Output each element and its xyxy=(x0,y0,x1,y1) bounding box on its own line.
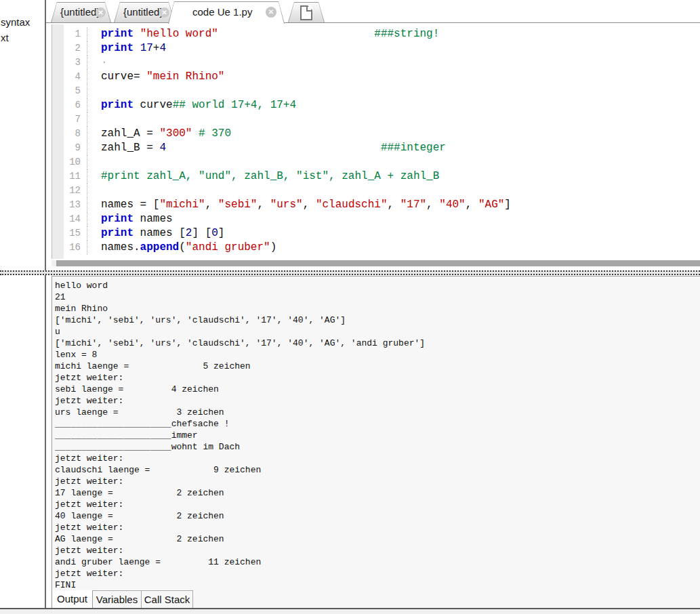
left-panel: syntax xt xyxy=(0,0,46,608)
line-number: 6 xyxy=(52,98,87,112)
ide-window: syntax xt {untitled}* ✕ {untitled}* ✕ co… xyxy=(0,0,700,614)
line-number: 3 xyxy=(52,56,87,70)
tab-call-stack[interactable]: Call Stack xyxy=(142,590,193,608)
document-tabbar: {untitled}* ✕ {untitled}* ✕ code Ue 1.py… xyxy=(46,0,700,24)
line-number: 9 xyxy=(52,141,87,155)
line-number: 2 xyxy=(52,41,87,56)
code-line[interactable]: 11#print zahl_A, "und", zahl_B, "ist", z… xyxy=(52,169,700,184)
code-line[interactable]: 4curve= "mein Rhino" xyxy=(52,70,700,84)
line-number: 10 xyxy=(52,155,87,169)
code-line[interactable]: 2print 17+4 xyxy=(52,41,700,56)
code-lines: 1print "hello word" ###string!2print 17+… xyxy=(52,27,700,255)
tab-output[interactable]: Output xyxy=(52,590,93,608)
tab-untitled-2[interactable]: {untitled}* ✕ xyxy=(114,2,175,22)
tab-new-document[interactable] xyxy=(288,2,325,22)
code-line[interactable]: 12 xyxy=(52,184,700,198)
line-number: 12 xyxy=(52,184,87,198)
left-panel-item-xt[interactable]: xt xyxy=(1,32,9,43)
line-number: 1 xyxy=(52,27,87,41)
line-number: 7 xyxy=(52,112,87,127)
output-tabbar: Output Variables Call Stack xyxy=(52,590,700,608)
horizontal-scrollbar[interactable] xyxy=(52,260,700,266)
code-line[interactable]: 8zahl_A = "300" # 370 xyxy=(52,127,700,141)
close-icon[interactable]: ✕ xyxy=(266,7,276,18)
code-line[interactable]: 9zahl_B = 4 ###integer xyxy=(52,141,700,155)
code-line[interactable]: 16names.append("andi gruber") xyxy=(52,241,700,255)
code-line[interactable]: 14print names xyxy=(52,212,700,226)
output-panel: hello word 21 mein Rhino ['michi', 'sebi… xyxy=(52,276,700,608)
line-number: 5 xyxy=(52,84,87,98)
tabbar-bottom-border xyxy=(46,22,700,23)
output-text[interactable]: hello word 21 mein Rhino ['michi', 'sebi… xyxy=(55,280,425,591)
line-number: 15 xyxy=(52,226,87,241)
tab-untitled-1[interactable]: {untitled}* ✕ xyxy=(51,2,111,22)
code-line[interactable]: 5 xyxy=(52,84,700,98)
code-editor[interactable]: 1print "hello word" ###string!2print 17+… xyxy=(52,24,700,259)
tab-code-ue-1-py[interactable]: code Ue 1.py ✕ xyxy=(168,1,285,24)
code-line[interactable]: 3· xyxy=(52,56,700,70)
line-number: 13 xyxy=(52,198,87,212)
scrollbar-thumb[interactable] xyxy=(56,260,700,266)
code-line[interactable]: 13names = ["michi", "sebi", "urs", "clau… xyxy=(52,198,700,212)
line-number: 4 xyxy=(52,70,87,84)
new-document-icon xyxy=(300,5,312,20)
left-panel-item-syntax[interactable]: syntax xyxy=(1,16,30,28)
code-line[interactable]: 15print names [2] [0] xyxy=(52,226,700,241)
code-line[interactable]: 7 xyxy=(52,112,700,127)
code-line[interactable]: 1print "hello word" ###string! xyxy=(52,27,700,41)
code-line[interactable]: 6print curve## world 17+4, 17+4 xyxy=(52,98,700,112)
line-number: 8 xyxy=(52,127,87,141)
line-number: 11 xyxy=(52,169,87,184)
window-bottom-strip xyxy=(0,609,700,614)
line-number: 14 xyxy=(52,212,87,226)
tab-label: code Ue 1.py xyxy=(192,6,252,18)
pane-splitter[interactable] xyxy=(0,270,700,275)
tab-variables[interactable]: Variables xyxy=(93,590,142,608)
close-icon[interactable]: ✕ xyxy=(96,7,106,18)
line-number: 16 xyxy=(52,241,87,255)
code-line[interactable]: 10 xyxy=(52,155,700,169)
